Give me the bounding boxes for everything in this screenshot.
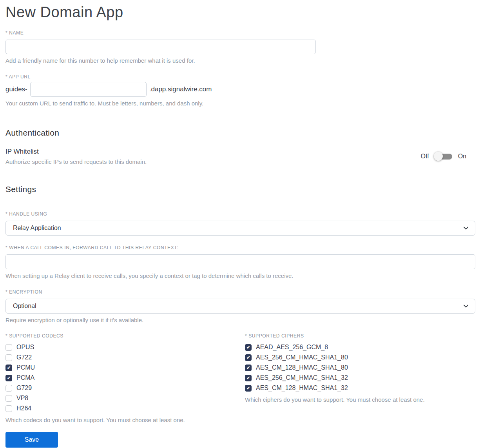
checkmark-icon: ✔ bbox=[7, 376, 11, 380]
checkbox-unchecked-icon[interactable] bbox=[5, 405, 12, 412]
ciphers-checklist: ✔AEAD_AES_256_GCM_8✔AES_256_CM_HMAC_SHA1… bbox=[245, 342, 475, 393]
relay-context-helper-text: When setting up a Relay client to receiv… bbox=[5, 272, 475, 280]
name-field-group: * NAME Add a friendly name for this numb… bbox=[5, 30, 475, 65]
codecs-ciphers-section: * SUPPORTED CODECS OPUSG722✔PCMU✔PCMAG72… bbox=[5, 333, 475, 423]
checkbox-checked-icon[interactable]: ✔ bbox=[245, 354, 252, 361]
checkbox-row[interactable]: G729 bbox=[5, 383, 245, 393]
checkmark-icon: ✔ bbox=[246, 376, 250, 380]
handle-using-select[interactable]: Relay Application bbox=[5, 221, 475, 236]
checkbox-checked-icon[interactable]: ✔ bbox=[245, 344, 252, 351]
checkbox-row[interactable]: G722 bbox=[5, 352, 245, 363]
handle-using-label: * HANDLE USING bbox=[5, 211, 475, 217]
ip-whitelist-label: IP Whitelist bbox=[5, 148, 147, 156]
handle-using-group: * HANDLE USING Relay Application bbox=[5, 211, 475, 236]
checkbox-label: VP8 bbox=[16, 395, 28, 402]
encryption-label: * ENCRYPTION bbox=[5, 289, 475, 295]
app-url-input[interactable] bbox=[30, 82, 147, 97]
ip-whitelist-toggle[interactable] bbox=[435, 153, 453, 160]
checkbox-label: PCMU bbox=[16, 364, 35, 371]
toggle-on-label: On bbox=[458, 153, 466, 160]
checkbox-label: AES_CM_128_HMAC_SHA1_80 bbox=[256, 364, 348, 371]
checkbox-row[interactable]: ✔AEAD_AES_256_GCM_8 bbox=[245, 342, 475, 352]
toggle-knob-icon[interactable] bbox=[434, 152, 443, 161]
authentication-heading: Authentication bbox=[5, 128, 475, 138]
name-label: * NAME bbox=[5, 30, 475, 36]
encryption-select[interactable]: Optional bbox=[5, 299, 475, 314]
app-url-prefix: guides- bbox=[5, 85, 27, 93]
checkbox-unchecked-icon[interactable] bbox=[5, 344, 12, 351]
supported-ciphers-label: * SUPPORTED CIPHERS bbox=[245, 333, 475, 339]
name-helper-text: Add a friendly name for this number to h… bbox=[5, 57, 475, 65]
relay-context-label: * WHEN A CALL COMES IN, FORWARD CALL TO … bbox=[5, 245, 475, 250]
encryption-select-wrap: Optional bbox=[5, 299, 475, 314]
checkbox-checked-icon[interactable]: ✔ bbox=[245, 375, 252, 381]
ip-whitelist-text-block: IP Whitelist Authorize specific IPs to s… bbox=[5, 148, 147, 165]
app-url-label: * APP URL bbox=[5, 74, 475, 80]
save-button[interactable]: Save bbox=[5, 432, 58, 448]
checkmark-icon: ✔ bbox=[246, 366, 250, 370]
app-url-helper-text: Your custom URL to send traffic to. Must… bbox=[5, 100, 475, 107]
checkbox-checked-icon[interactable]: ✔ bbox=[245, 365, 252, 371]
supported-codecs-label: * SUPPORTED CODECS bbox=[5, 333, 245, 339]
checkbox-row[interactable]: OPUS bbox=[5, 342, 245, 352]
handle-using-select-wrap: Relay Application bbox=[5, 221, 475, 236]
name-input[interactable] bbox=[5, 40, 316, 54]
settings-heading: Settings bbox=[5, 185, 475, 194]
codecs-checklist: OPUSG722✔PCMU✔PCMAG729VP8H264 bbox=[5, 342, 245, 414]
supported-codecs-group: * SUPPORTED CODECS OPUSG722✔PCMU✔PCMAG72… bbox=[5, 333, 245, 423]
checkbox-unchecked-icon[interactable] bbox=[5, 395, 12, 402]
new-domain-app-form: New Domain App * NAME Add a friendly nam… bbox=[0, 0, 482, 448]
checkbox-row[interactable]: ✔AES_CM_128_HMAC_SHA1_32 bbox=[245, 383, 475, 393]
app-url-field-group: * APP URL guides- .dapp.signalwire.com Y… bbox=[5, 74, 475, 107]
checkbox-label: AES_CM_128_HMAC_SHA1_32 bbox=[256, 385, 348, 392]
toggle-off-label: Off bbox=[421, 153, 429, 160]
checkbox-checked-icon[interactable]: ✔ bbox=[5, 375, 12, 381]
app-url-row: guides- .dapp.signalwire.com bbox=[5, 82, 475, 97]
checkmark-icon: ✔ bbox=[246, 345, 250, 350]
checkbox-row[interactable]: H264 bbox=[5, 403, 245, 414]
ip-whitelist-toggle-group: Off On bbox=[421, 153, 466, 160]
checkbox-label: AEAD_AES_256_GCM_8 bbox=[256, 344, 328, 351]
checkbox-row[interactable]: ✔AES_256_CM_HMAC_SHA1_80 bbox=[245, 352, 475, 363]
checkbox-row[interactable]: ✔PCMA bbox=[5, 373, 245, 383]
ip-whitelist-helper-text: Authorize specific IPs to send requests … bbox=[5, 158, 147, 165]
checkbox-unchecked-icon[interactable] bbox=[5, 354, 12, 361]
checkbox-unchecked-icon[interactable] bbox=[5, 385, 12, 392]
relay-context-input[interactable] bbox=[5, 254, 475, 269]
checkbox-label: AES_256_CM_HMAC_SHA1_32 bbox=[256, 374, 348, 381]
encryption-helper-text: Require encryption or optionally use it … bbox=[5, 316, 475, 324]
checkbox-label: PCMA bbox=[16, 374, 34, 381]
checkbox-row[interactable]: ✔AES_256_CM_HMAC_SHA1_32 bbox=[245, 373, 475, 383]
ip-whitelist-row: IP Whitelist Authorize specific IPs to s… bbox=[5, 148, 475, 165]
app-url-suffix: .dapp.signalwire.com bbox=[149, 85, 212, 93]
checkbox-checked-icon[interactable]: ✔ bbox=[245, 385, 252, 392]
checkmark-icon: ✔ bbox=[246, 386, 250, 390]
supported-ciphers-group: * SUPPORTED CIPHERS ✔AEAD_AES_256_GCM_8✔… bbox=[245, 333, 475, 423]
ciphers-helper-text: Which ciphers do you want to support. Yo… bbox=[245, 396, 475, 403]
checkbox-label: G729 bbox=[16, 385, 32, 392]
checkbox-row[interactable]: ✔PCMU bbox=[5, 363, 245, 373]
encryption-group: * ENCRYPTION Optional Require encryption… bbox=[5, 289, 475, 324]
checkbox-checked-icon[interactable]: ✔ bbox=[5, 365, 12, 371]
codecs-helper-text: Which codecs do you want to support. You… bbox=[5, 417, 245, 423]
checkbox-label: OPUS bbox=[16, 344, 34, 351]
checkbox-row[interactable]: ✔AES_CM_128_HMAC_SHA1_80 bbox=[245, 363, 475, 373]
checkbox-label: AES_256_CM_HMAC_SHA1_80 bbox=[256, 354, 348, 361]
checkmark-icon: ✔ bbox=[246, 355, 250, 360]
page-title: New Domain App bbox=[5, 4, 475, 21]
checkmark-icon: ✔ bbox=[7, 366, 11, 370]
checkbox-row[interactable]: VP8 bbox=[5, 393, 245, 403]
checkbox-label: H264 bbox=[16, 405, 31, 412]
checkbox-label: G722 bbox=[16, 354, 32, 361]
relay-context-group: * WHEN A CALL COMES IN, FORWARD CALL TO … bbox=[5, 245, 475, 280]
